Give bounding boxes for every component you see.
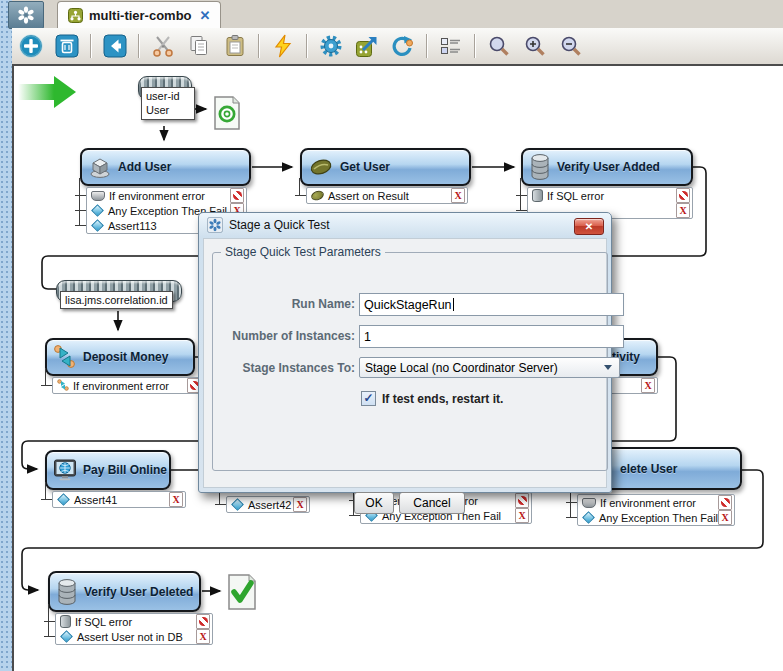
dialog-title: Stage a Quick Test <box>229 218 330 232</box>
model-icon <box>68 8 83 23</box>
toolbar-separator <box>426 34 428 58</box>
node-deposit-money[interactable]: Deposit Money <box>45 338 195 376</box>
diamond-icon <box>60 630 73 643</box>
assertion-row[interactable]: If environment error <box>53 378 203 393</box>
node-title: Pay Bill Online <box>83 463 167 477</box>
paste-button[interactable] <box>222 33 248 59</box>
bean-icon <box>310 189 325 202</box>
node-title: Verify User Deleted <box>84 585 193 599</box>
zoom-in-button[interactable] <box>522 33 548 59</box>
properties-button[interactable] <box>438 33 464 59</box>
node-title: Add User <box>118 160 171 174</box>
ok-button[interactable]: OK <box>354 492 394 514</box>
app-logo-button[interactable] <box>8 1 44 29</box>
settings-button[interactable] <box>318 33 344 59</box>
cut-button[interactable] <box>150 33 176 59</box>
toolbar <box>12 28 783 65</box>
add-button[interactable] <box>18 33 44 59</box>
database-icon <box>532 189 543 202</box>
success-check-icon[interactable] <box>226 574 258 614</box>
fail-badge-icon[interactable] <box>293 497 307 512</box>
node-title: Get User <box>340 160 390 174</box>
dataset-label[interactable]: lisa.jms.correlation.id <box>60 291 173 309</box>
assertion-row[interactable]: Assert User not in DB <box>56 629 212 644</box>
zoom-button[interactable] <box>486 33 512 59</box>
back-button[interactable] <box>102 33 128 59</box>
webservice-icon <box>582 498 596 508</box>
node-title: Deposit Money <box>83 350 168 364</box>
dialog-titlebar[interactable]: Stage a Quick Test <box>207 217 330 233</box>
diamond-icon <box>91 204 104 217</box>
assertion-row[interactable]: If environment error <box>87 188 246 203</box>
fail-badge-icon[interactable] <box>451 188 465 203</box>
back-arrow-icon <box>103 34 127 58</box>
bean-icon <box>308 156 334 178</box>
stage-to-dropdown[interactable]: Stage Local (no Coordinator Server) <box>359 357 620 378</box>
fail-badge-icon[interactable] <box>676 203 690 218</box>
dialog-close-button[interactable]: ✕ <box>574 218 604 235</box>
run-name-input[interactable]: QuickStageRun <box>359 293 624 316</box>
assertion-row[interactable]: If environment error <box>578 495 734 510</box>
pinwheel-icon <box>16 5 36 25</box>
node-add-user[interactable]: Add User <box>80 148 251 186</box>
hidden-node-assertions: Assert42 <box>226 496 310 513</box>
assertion-row[interactable]: Any Exception Then Fail <box>578 510 734 525</box>
instances-label: Number of Instances: <box>225 329 355 343</box>
cancel-button[interactable]: Cancel <box>399 492 465 514</box>
trash-icon <box>55 34 79 58</box>
toolbar-separator <box>258 34 260 58</box>
fail-badge-icon[interactable] <box>169 492 183 507</box>
node-get-user[interactable]: Get User <box>300 148 471 186</box>
tab-multi-tier-combo[interactable]: multi-tier-combo ✕ <box>57 1 221 29</box>
diamond-icon <box>231 498 244 511</box>
stage-export-icon <box>355 34 379 58</box>
toolbar-separator <box>474 34 476 58</box>
assertion-row[interactable]: Assert42 <box>227 497 309 512</box>
instances-input[interactable]: 1 <box>359 325 624 348</box>
block-badge-icon[interactable] <box>515 493 529 508</box>
clipboard-icon <box>223 34 247 58</box>
text-caret <box>453 298 454 311</box>
node-verify-user-deleted[interactable]: Verify User Deleted <box>48 571 201 612</box>
fail-badge-icon[interactable] <box>515 508 529 523</box>
delete-button[interactable] <box>54 33 80 59</box>
browser-icon <box>53 458 77 482</box>
fail-badge-icon[interactable] <box>196 629 210 644</box>
magnifier-minus-icon <box>559 34 583 58</box>
assertion-row[interactable]: Assert41 <box>53 492 185 507</box>
sync-button[interactable] <box>390 33 416 59</box>
restart-checkbox[interactable] <box>361 391 376 406</box>
node-verify-user-added[interactable]: Verify User Added <box>521 148 693 186</box>
run-name-label: Run Name: <box>225 297 355 311</box>
scissors-icon <box>151 34 175 58</box>
groupbox-title: Stage Quick Test Parameters <box>221 245 385 259</box>
gear-icon <box>319 34 343 58</box>
restart-checkbox-row: If test ends, restart it. <box>361 391 503 406</box>
record-target-icon[interactable] <box>212 96 242 134</box>
node-pay-bill-assertions: Assert41 <box>52 491 186 508</box>
dataset-label[interactable]: user-id User <box>141 87 195 120</box>
stage-test-button[interactable] <box>354 33 380 59</box>
node-pay-bill-online[interactable]: Pay Bill Online <box>45 450 171 490</box>
block-badge-icon[interactable] <box>196 614 210 629</box>
magnifier-plus-icon <box>523 34 547 58</box>
block-badge-icon[interactable] <box>718 495 732 510</box>
application-window: multi-tier-combo ✕ <box>0 0 783 671</box>
run-button[interactable] <box>270 33 296 59</box>
tab-close-icon[interactable]: ✕ <box>200 8 211 23</box>
node-title: Verify User Added <box>557 160 660 174</box>
assertion-row[interactable]: Assert on Result <box>307 188 467 203</box>
assertion-row[interactable]: If SQL error <box>528 188 692 203</box>
copy-button[interactable] <box>186 33 212 59</box>
block-badge-icon[interactable] <box>676 188 690 203</box>
fail-badge-icon[interactable] <box>641 378 655 393</box>
properties-list-icon <box>439 34 463 58</box>
zoom-out-button[interactable] <box>558 33 584 59</box>
node-delete-user-assertions: If environment error Any Exception Then … <box>577 494 735 526</box>
assertion-row[interactable]: If SQL error <box>56 614 212 629</box>
database-icon <box>60 615 71 628</box>
fail-badge-icon[interactable] <box>718 510 732 525</box>
database-icon <box>529 154 551 180</box>
toolbar-separator <box>138 34 140 58</box>
block-badge-icon[interactable] <box>230 188 244 203</box>
